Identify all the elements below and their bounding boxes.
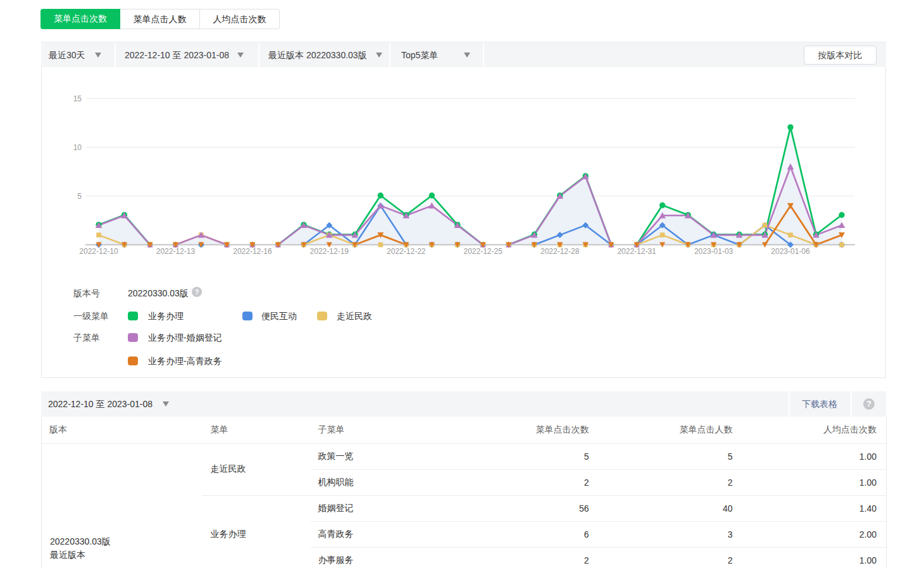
svg-text:2022-12-22: 2022-12-22: [387, 247, 426, 256]
svg-text:2022-12-31: 2022-12-31: [617, 247, 656, 256]
svg-text:2022-12-25: 2022-12-25: [464, 247, 503, 256]
svg-text:10: 10: [73, 143, 82, 152]
svg-text:2022-12-19: 2022-12-19: [310, 247, 349, 256]
svg-text:5: 5: [77, 192, 82, 201]
svg-text:2023-01-06: 2023-01-06: [771, 247, 810, 256]
svg-text:15: 15: [73, 94, 82, 103]
svg-text:2022-12-13: 2022-12-13: [156, 247, 196, 256]
svg-text:2023-01-03: 2023-01-03: [694, 247, 734, 256]
svg-text:2022-12-16: 2022-12-16: [233, 247, 272, 256]
svg-text:2022-12-28: 2022-12-28: [540, 247, 580, 256]
svg-text:2022-12-10: 2022-12-10: [79, 247, 118, 256]
